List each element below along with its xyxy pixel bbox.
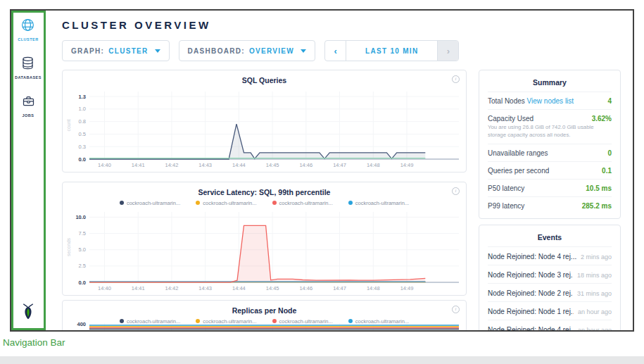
capacity-description: You are using 26.8 GiB of 742.0 GiB usab… <box>488 124 612 139</box>
svg-text:14:43: 14:43 <box>198 162 212 168</box>
event-row[interactable]: Node Rejoined: Node 4 rej... an hour ago <box>488 320 612 330</box>
summary-row-total-nodes: Total Nodes View nodes list 4 <box>488 92 612 109</box>
summary-panel: Summary Total Nodes View nodes list 4 Ca… <box>479 70 621 219</box>
svg-text:14:41: 14:41 <box>132 162 145 168</box>
svg-text:1.3: 1.3 <box>79 94 86 100</box>
time-range-selector: ‹ LAST 10 MIN › <box>324 40 459 61</box>
summary-row-queries-per-second: Queries per second 0.1 <box>488 161 612 179</box>
events-panel: Events Node Rejoined: Node 4 rej... 2 mi… <box>479 225 621 330</box>
svg-text:14:42: 14:42 <box>165 285 179 291</box>
app-window: CLUSTER DATABASES <box>10 9 634 332</box>
svg-text:seconds: seconds <box>66 237 71 256</box>
svg-text:1.0: 1.0 <box>79 106 86 112</box>
replicas-per-node-plot: 14:4014:4114:4214:4314:4414:4514:4614:47… <box>64 319 465 330</box>
content-row: SQL Queries 14:4014:4114:4214:4314:4414:… <box>62 70 633 330</box>
dashboard-dropdown-value: OVERVIEW <box>249 47 294 55</box>
summary-label: Queries per second <box>488 167 549 175</box>
sidebar-item-label: JOBS <box>23 113 34 118</box>
legend-label: cockroach-ultramarin... <box>127 200 180 206</box>
summary-label: Total Nodes View nodes list <box>488 97 574 105</box>
sidebar-item-jobs[interactable]: JOBS <box>21 94 36 118</box>
legend-label: cockroach-ultramarin... <box>279 200 333 206</box>
info-icon[interactable] <box>452 306 460 313</box>
sidebar-item-label: DATABASES <box>15 75 42 80</box>
view-nodes-list-link[interactable]: View nodes list <box>527 97 574 105</box>
event-row[interactable]: Node Rejoined: Node 3 rej... 18 mins ago <box>488 265 612 283</box>
svg-text:0.0: 0.0 <box>79 280 86 286</box>
sidebar-item-cluster[interactable]: CLUSTER <box>18 18 38 42</box>
event-text: Node Rejoined: Node 3 rej... <box>488 271 573 279</box>
summary-value: 4 <box>607 97 612 105</box>
summary-value: 0.1 <box>602 167 612 175</box>
event-text: Node Rejoined: Node 4 rej... <box>488 253 576 261</box>
svg-text:14:47: 14:47 <box>333 285 346 291</box>
cockroachdb-logo-icon[interactable] <box>19 302 37 325</box>
legend-item[interactable]: cockroach-ultramarin... <box>272 199 333 206</box>
summary-label: Unavailable ranges <box>488 149 548 157</box>
briefcase-icon <box>21 94 36 111</box>
dashboard-dropdown-label: DASHBOARD: <box>188 47 245 55</box>
legend-dot-icon <box>120 201 124 205</box>
chart-title: Service Latency: SQL, 99th percentile <box>63 182 466 196</box>
svg-text:7.5: 7.5 <box>79 230 86 237</box>
event-time: 31 mins ago <box>577 290 612 297</box>
sidebar-item-label: CLUSTER <box>18 37 38 42</box>
svg-text:14:44: 14:44 <box>232 285 246 291</box>
legend-item[interactable]: cockroach-ultramarin... <box>120 199 180 206</box>
main-content: CLUSTER OVERVIEW GRAPH: CLUSTER DASHBOAR… <box>46 11 633 330</box>
database-icon <box>20 56 35 73</box>
chart-legend: cockroach-ultramarin...cockroach-ultrama… <box>63 199 466 206</box>
summary-label: P99 latency <box>488 202 524 210</box>
svg-text:14:40: 14:40 <box>98 162 111 168</box>
legend-dot-icon <box>348 201 353 205</box>
service-latency-chart-card: Service Latency: SQL, 99th percentile co… <box>62 182 467 296</box>
legend-label: cockroach-ultramarin... <box>203 200 256 206</box>
summary-label: Capacity Used <box>488 115 533 123</box>
event-text: Node Rejoined: Node 2 rej... <box>488 289 573 297</box>
globe-cluster-icon <box>20 18 35 35</box>
page-title: CLUSTER OVERVIEW <box>62 19 633 31</box>
svg-text:10.0: 10.0 <box>75 214 86 220</box>
legend-dot-icon <box>196 201 200 205</box>
events-title: Events <box>488 225 612 246</box>
svg-text:14:46: 14:46 <box>299 285 312 291</box>
info-icon[interactable] <box>452 75 460 83</box>
svg-text:400: 400 <box>77 321 86 327</box>
event-text: Node Rejoined: Node 4 rej... <box>488 326 574 331</box>
time-prev-button[interactable]: ‹ <box>325 41 346 61</box>
event-row[interactable]: Node Rejoined: Node 1 rej... an hour ago <box>488 301 612 320</box>
event-time: 18 mins ago <box>577 272 612 279</box>
svg-text:14:45: 14:45 <box>266 162 279 168</box>
svg-text:14:48: 14:48 <box>367 285 380 291</box>
summary-row-p99-latency: P99 latency 285.2 ms <box>488 196 612 214</box>
sidebar-item-databases[interactable]: DATABASES <box>15 56 42 80</box>
info-icon[interactable] <box>452 187 460 195</box>
svg-text:14:45: 14:45 <box>266 285 279 291</box>
time-next-button[interactable]: › <box>437 41 458 61</box>
svg-text:14:49: 14:49 <box>400 162 414 168</box>
event-time: an hour ago <box>578 308 612 315</box>
legend-item[interactable]: cockroach-ultramarin... <box>348 199 409 206</box>
replicas-per-node-chart-card: Replicas per Node cockroach-ultramarin..… <box>62 300 467 330</box>
navigation-bar: CLUSTER DATABASES <box>11 11 46 330</box>
event-row[interactable]: Node Rejoined: Node 2 rej... 31 mins ago <box>488 283 612 301</box>
svg-text:5.0: 5.0 <box>79 246 86 253</box>
bottom-strip <box>0 356 644 364</box>
event-text: Node Rejoined: Node 1 rej... <box>488 308 574 315</box>
summary-row-unavailable-ranges: Unavailable ranges 0 <box>488 144 612 161</box>
summary-value: 10.5 ms <box>586 184 612 192</box>
chevron-down-icon <box>155 49 160 53</box>
dashboard-dropdown[interactable]: DASHBOARD: OVERVIEW <box>179 40 315 61</box>
summary-value: 3.62% <box>592 115 612 123</box>
time-range-value[interactable]: LAST 10 MIN <box>346 41 437 61</box>
event-row[interactable]: Node Rejoined: Node 4 rej... 2 mins ago <box>488 246 612 265</box>
svg-text:14:48: 14:48 <box>367 162 380 168</box>
annotation-navigation-bar-label: Navigation Bar <box>3 337 65 348</box>
summary-label: P50 latency <box>488 184 524 192</box>
charts-column: SQL Queries 14:4014:4114:4214:4314:4414:… <box>62 70 467 330</box>
chevron-left-icon: ‹ <box>334 46 336 56</box>
svg-text:count: count <box>66 119 71 131</box>
legend-item[interactable]: cockroach-ultramarin... <box>196 199 256 206</box>
svg-text:14:42: 14:42 <box>165 162 179 168</box>
graph-dropdown[interactable]: GRAPH: CLUSTER <box>62 40 170 61</box>
